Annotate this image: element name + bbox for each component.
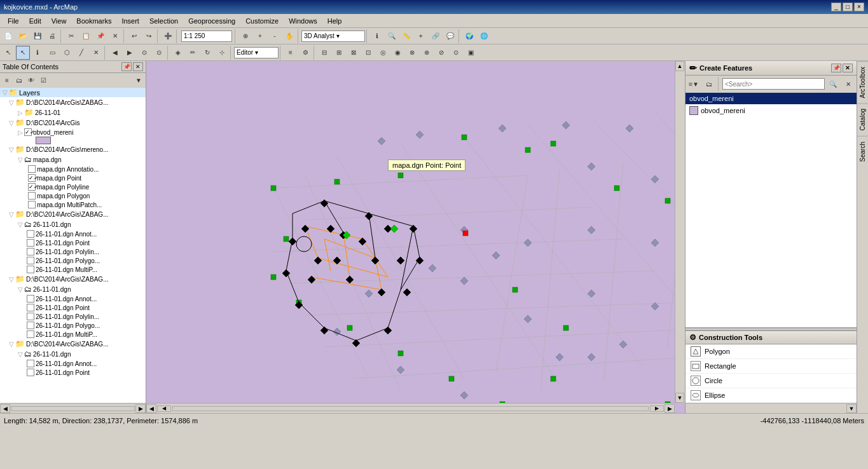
toc-group-zabag2[interactable]: ▽ 📁 D:\BC\2014\ArcGis\ZABAG... <box>0 209 146 219</box>
snap8[interactable]: ⊕ <box>420 46 434 60</box>
map-canvas[interactable]: mapa.dgn Point: Point <box>146 61 685 413</box>
ch11[interactable] <box>27 360 34 367</box>
toc-group-arcgis[interactable]: ▽ 📁 D:\BC\2014\ArcGis <box>0 118 146 128</box>
toc-26-point-3[interactable]: 26-11-01.dgn Point <box>0 368 146 377</box>
hscroll-thumb[interactable] <box>172 406 649 411</box>
side-tab-catalog[interactable]: Catalog <box>857 103 868 135</box>
cf-search-button[interactable]: 🔍 <box>826 78 840 90</box>
zoom-out-button[interactable]: - <box>268 29 282 43</box>
hscroll-page-prev[interactable]: ◀ <box>157 405 171 412</box>
delete-button[interactable]: ✕ <box>108 29 122 43</box>
toc-26-dgn-1[interactable]: ▽ 🗂 26-11-01.dgn <box>0 219 146 229</box>
cf-search-input[interactable] <box>722 78 825 90</box>
identify-button[interactable]: ℹ <box>370 29 384 43</box>
toc-mapa-polyline[interactable]: ✓ mapa.dgn Polyline <box>0 182 146 191</box>
toc-hscroll[interactable]: ◀ ▶ <box>0 403 146 413</box>
snap7[interactable]: ⊗ <box>405 46 419 60</box>
toc-pin-button[interactable]: 📌 <box>121 62 132 71</box>
open-button[interactable]: 📂 <box>16 29 30 43</box>
toc-group-zabag3[interactable]: ▽ 📁 D:\BC\2014\ArcGis\ZABAG... <box>0 274 146 284</box>
map-vscroll[interactable]: ▲ ▼ <box>675 61 685 403</box>
toc-group-zabag4[interactable]: ▽ 📁 D:\BC\2014\ArcGis\ZABAG... <box>0 339 146 349</box>
cf-item-1[interactable]: obvod_mereni <box>685 104 857 117</box>
menu-geoprocessing[interactable]: Geoprocessing <box>183 16 240 26</box>
minimize-button[interactable]: _ <box>831 3 841 11</box>
zoom-last[interactable]: ⊙ <box>137 46 151 60</box>
toc-26-multi-2[interactable]: 26-11-01.dgn MultiP... <box>0 330 146 339</box>
mapa-polygon-checkbox[interactable] <box>28 192 36 200</box>
hscroll-left[interactable]: ◀ <box>146 404 156 413</box>
toc-scroll-right[interactable]: ▶ <box>135 404 146 413</box>
cut-button[interactable]: ✂ <box>64 29 78 43</box>
ch5[interactable] <box>27 266 34 273</box>
hscroll-page-next[interactable]: ▶ <box>650 405 664 412</box>
ch9[interactable] <box>27 322 34 329</box>
toc-close-button[interactable]: ✕ <box>133 62 143 71</box>
toc-item-26-11-01[interactable]: ▷ 📁 26-11-01 <box>0 107 146 118</box>
select-by-poly[interactable]: ⬡ <box>60 46 74 60</box>
snap4[interactable]: ⊡ <box>361 46 375 60</box>
html-popup-button[interactable]: 💬 <box>443 29 457 43</box>
cf-options-button[interactable]: ≡▼ <box>687 78 701 90</box>
toc-group-mereno[interactable]: ▽ 📁 D:\BC\2014\ArcGis\mereno... <box>0 144 146 154</box>
find-button[interactable]: 🔍 <box>385 29 399 43</box>
ch6[interactable] <box>27 295 34 302</box>
mapa-annot-checkbox[interactable] <box>28 165 36 173</box>
snap2[interactable]: ⊞ <box>332 46 346 60</box>
toc-26-polyline-2[interactable]: 26-11-01.dgn Polylin... <box>0 312 146 321</box>
side-tab-search[interactable]: Search <box>857 136 868 167</box>
undo-button[interactable]: ↩ <box>127 29 141 43</box>
menu-insert[interactable]: Insert <box>116 16 144 26</box>
toc-options[interactable]: ▼ <box>133 74 144 86</box>
menu-edit[interactable]: Edit <box>24 16 46 26</box>
paste-button[interactable]: 📌 <box>93 29 107 43</box>
map-area[interactable]: mapa.dgn Point: Point ▲ ▼ ◀ ◀ ▶ ▶ <box>146 61 685 413</box>
clear-selection[interactable]: ✕ <box>89 46 103 60</box>
cf-close-button[interactable]: ✕ <box>843 64 853 72</box>
ch1[interactable] <box>27 230 34 238</box>
menu-view[interactable]: View <box>46 16 72 26</box>
toc-mapa-polygon[interactable]: mapa.dgn Polygon <box>0 191 146 200</box>
arcgis-online-button[interactable]: 🌐 <box>477 29 491 43</box>
toc-26-multi-1[interactable]: 26-11-01.dgn MultiP... <box>0 265 146 274</box>
zoom-in-button[interactable]: + <box>253 29 267 43</box>
toc-content[interactable]: ▽ 📁 Layers ▽ 📁 D:\BC\2014\ArcGis\ZABAG..… <box>0 88 146 403</box>
cf-clear-search[interactable]: ✕ <box>841 78 855 90</box>
toc-obvod-mereni[interactable]: ▷ ✓ obvod_mereni <box>0 128 146 137</box>
toc-26-dgn-2[interactable]: ▽ 🗂 26-11-01.dgn <box>0 284 146 294</box>
snap3[interactable]: ⊠ <box>347 46 361 60</box>
close-button[interactable]: × <box>854 3 864 11</box>
toc-list-view[interactable]: ≡ <box>1 74 13 86</box>
ch10[interactable] <box>27 330 34 338</box>
sketch-tool[interactable]: ✏ <box>186 46 200 60</box>
goto-button[interactable]: ⌖ <box>414 29 428 43</box>
menu-selection[interactable]: Selection <box>144 16 183 26</box>
info-tool[interactable]: ℹ <box>31 46 45 60</box>
toc-26-point-2[interactable]: 26-11-01.dgn Point <box>0 303 146 312</box>
ch4[interactable] <box>27 257 34 264</box>
cf-scroll-down[interactable]: ▼ <box>846 404 857 413</box>
vscroll-down[interactable]: ▼ <box>675 393 684 403</box>
move-tool[interactable]: ⊹ <box>215 46 229 60</box>
forward-button[interactable]: ▶ <box>123 46 137 60</box>
mapa-polyline-checkbox[interactable]: ✓ <box>28 183 36 191</box>
ch8[interactable] <box>27 313 34 320</box>
snap10[interactable]: ⊙ <box>449 46 463 60</box>
measure-button[interactable]: 📏 <box>399 29 413 43</box>
ct-rectangle[interactable]: Rectangle <box>685 359 857 374</box>
toc-mapa-dgn[interactable]: ▽ 🗂 mapa.dgn <box>0 154 146 165</box>
print-button[interactable]: 🖨 <box>45 29 59 43</box>
toc-26-polygon-2[interactable]: 26-11-01.dgn Polygo... <box>0 321 146 330</box>
toc-26-dgn-3[interactable]: ▽ 🗂 26-11-01.dgn <box>0 349 146 359</box>
hscroll-right[interactable]: ▶ <box>665 404 675 413</box>
maximize-button[interactable]: □ <box>843 3 853 11</box>
rotate-tool[interactable]: ↻ <box>200 46 214 60</box>
side-tab-arctoolbox[interactable]: ArcToolbox <box>857 61 868 103</box>
world-button[interactable]: 🌍 <box>462 29 476 43</box>
cf-organize-button[interactable]: 🗂 <box>702 78 716 90</box>
add-data-button[interactable]: ➕ <box>161 29 175 43</box>
menu-bookmarks[interactable]: Bookmarks <box>71 16 116 26</box>
toc-layers-root[interactable]: ▽ 📁 Layers <box>0 88 146 97</box>
toc-mapa-multipatch[interactable]: mapa.dgn MultiPatch... <box>0 200 146 209</box>
hyperlink-button[interactable]: 🔗 <box>429 29 443 43</box>
